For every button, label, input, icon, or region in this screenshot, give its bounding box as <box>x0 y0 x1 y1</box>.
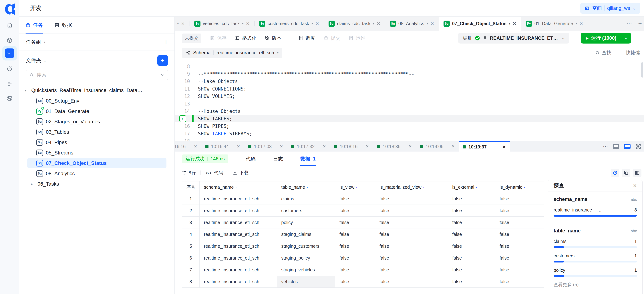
code-line-16[interactable]: 16SHOW PIPES; <box>175 122 644 130</box>
code-line-9[interactable]: 9--*************************************… <box>175 70 644 78</box>
task-group-row[interactable]: 任务组 › + <box>19 34 174 50</box>
version-button[interactable]: 版本 <box>265 35 282 41</box>
doc-tab-vehicles-cdc-task[interactable]: Sq vehicles_cdc_task ▾ ✕ <box>190 17 254 31</box>
cell-is-materialized-view[interactable]: false <box>375 240 448 252</box>
caret-down-icon[interactable]: ▾ <box>312 22 313 26</box>
cell-is-dynamic[interactable]: false <box>495 217 544 228</box>
sort-caret-icon[interactable]: ▾ <box>524 186 525 189</box>
cell-schema-name[interactable]: realtime_insurance_etl_sch <box>200 240 277 252</box>
close-icon[interactable]: ✕ <box>377 21 380 26</box>
cell-is-external[interactable]: false <box>448 205 495 216</box>
save-button[interactable]: 保存 <box>210 35 226 41</box>
col-header-is-view[interactable]: is_view▾ <box>335 181 375 193</box>
cell-is-view[interactable]: false <box>335 240 375 252</box>
close-icon[interactable]: ✕ <box>246 21 250 26</box>
cell-table-name[interactable]: staging_policy <box>277 252 335 264</box>
field-value-row[interactable]: realtime_insurance__… 8 <box>554 207 637 213</box>
cell-is-dynamic[interactable]: false <box>495 252 544 264</box>
sort-caret-icon[interactable]: ▾ <box>356 186 357 189</box>
filter-icon[interactable] <box>160 73 164 77</box>
caret-down-icon[interactable]: ▾ <box>25 88 29 93</box>
nav-monitor-icon[interactable] <box>4 63 15 74</box>
cell-is-view[interactable]: false <box>335 193 375 205</box>
sort-caret-icon[interactable]: ▾ <box>236 186 237 189</box>
cell-is-materialized-view[interactable]: false <box>375 264 448 276</box>
cell-is-materialized-view[interactable]: false <box>375 252 448 264</box>
close-icon[interactable]: ✕ <box>181 21 185 26</box>
nav-resources-icon[interactable] <box>4 35 15 46</box>
code-line-8[interactable]: 8 <box>175 63 644 70</box>
cell-is-view[interactable]: false <box>335 252 375 264</box>
more-results-button[interactable]: ⋯ <box>603 143 608 150</box>
run-statement-button[interactable]: ▶ <box>179 115 186 122</box>
caret-down-icon[interactable]: ▾ <box>426 22 428 26</box>
show-more-link[interactable]: 查看更多 (5) <box>554 282 637 288</box>
subtab-log[interactable]: 日志 <box>273 152 283 166</box>
cell-is-dynamic[interactable]: false <box>495 264 544 276</box>
caret-down-icon[interactable]: ▾ <box>576 22 577 26</box>
result-tab-10-19-06[interactable]: 10:19:06✕ <box>416 141 459 152</box>
close-icon[interactable]: ✕ <box>237 144 240 149</box>
result-tab-10-16-44[interactable]: 10:16:44✕ <box>201 141 244 152</box>
result-tab-10-19-37-active[interactable]: 10:19:37✕ <box>459 141 510 152</box>
doc-tab-01-data-generate[interactable]: Py 01_Data_Generate ▾ ✕ <box>521 17 588 31</box>
view-code-button[interactable]: </> 代码 <box>206 170 223 176</box>
cell-table-name[interactable]: claims <box>277 193 335 205</box>
schedule-button[interactable]: 调度 <box>298 35 315 41</box>
new-tab-button[interactable]: + <box>638 20 642 27</box>
cell-is-materialized-view[interactable]: false <box>375 217 448 228</box>
nav-clusters-icon[interactable] <box>4 93 15 104</box>
result-tab-10-18-16[interactable]: 10:18:16✕ <box>330 141 373 152</box>
close-icon[interactable]: ✕ <box>408 144 412 149</box>
tree-root[interactable]: ▾ Quickstarts_RealTime_Insurance_claims_… <box>19 85 174 96</box>
cell-table-name[interactable]: policy <box>277 217 335 228</box>
explore-profile-button[interactable] <box>611 169 619 177</box>
tree-folder-06-tasks[interactable]: ▸ 06_Tasks <box>19 179 174 189</box>
cell-schema-name[interactable]: realtime_insurance_etl_sch <box>200 228 277 240</box>
format-button[interactable]: 格式化 <box>235 35 256 41</box>
code-line-15-active[interactable]: ▶ SHOW TABLES; <box>175 115 644 122</box>
cell-is-view[interactable]: false <box>335 205 375 216</box>
search-input[interactable] <box>36 72 158 78</box>
result-tab-10-17-32[interactable]: 10:17:32✕ <box>287 141 330 152</box>
copy-button[interactable] <box>622 169 630 177</box>
cell-is-dynamic[interactable]: false <box>495 276 544 287</box>
result-tab-10-17-03[interactable]: 10:17:03✕ <box>244 141 287 152</box>
ops-button[interactable]: 运维 <box>348 35 365 41</box>
col-header-is-materialized-view[interactable]: is_materialized_view▾ <box>375 181 448 193</box>
code-line-12[interactable]: 12SHOW VOLUMES; <box>175 93 644 100</box>
tree-item-05-streams[interactable]: Sq 05_Streams <box>27 148 166 158</box>
cell-is-dynamic[interactable]: false <box>495 228 544 240</box>
close-icon[interactable]: ✕ <box>323 144 326 149</box>
close-icon[interactable]: ✕ <box>430 21 434 26</box>
field-value-row[interactable]: policy 1 <box>554 268 637 273</box>
subtab-code[interactable]: 代码 <box>246 152 256 166</box>
cell-is-view[interactable]: false <box>335 276 375 287</box>
tab-tasks[interactable]: 任务 <box>26 17 43 34</box>
code-line-11[interactable]: 11SHOW CONNECTIONS; <box>175 85 644 93</box>
cell-is-external[interactable]: false <box>448 217 495 228</box>
cell-is-external[interactable]: false <box>448 228 495 240</box>
close-icon[interactable]: ✕ <box>502 145 506 149</box>
doc-tab-07-check-object-status-active[interactable]: Sq 07_Check_Object_Status ▾ ✕ <box>439 17 521 31</box>
cell-is-external[interactable]: false <box>448 264 495 276</box>
nav-home-icon[interactable] <box>4 20 15 31</box>
columns-button[interactable] <box>633 169 642 177</box>
cell-is-external[interactable]: false <box>448 276 495 287</box>
doc-tab-08-analytics[interactable]: Sq 08_Analytics ▾ ✕ <box>385 17 439 31</box>
layout-split-icon[interactable] <box>624 144 630 149</box>
doc-tab-claims-cdc-task[interactable]: Sq claims_cdc_task ▾ ✕ <box>324 17 385 31</box>
cell-is-materialized-view[interactable]: false <box>375 276 448 287</box>
result-tab-10-16-16[interactable]: 10:16:16✕ <box>175 141 201 152</box>
doc-tab-customers-cdc-task[interactable]: Sq customers_cdc_task ▾ ✕ <box>254 17 324 31</box>
field-value-row[interactable]: claims 1 <box>554 239 637 244</box>
subtab-data-1-active[interactable]: 数据_1 <box>300 152 316 166</box>
run-options-button[interactable]: ⌄ <box>621 33 631 44</box>
code-editor[interactable]: 8 9--***********************************… <box>175 60 644 141</box>
add-file-button[interactable]: + <box>157 55 168 66</box>
tree-item-04-pipes[interactable]: Sq 04_Pipes <box>27 137 166 148</box>
close-icon[interactable]: ✕ <box>366 144 369 149</box>
result-tab-10-18-36[interactable]: 10:18:36✕ <box>373 141 416 152</box>
caret-down-icon[interactable]: ▾ <box>509 22 510 26</box>
code-line-18[interactable]: 18 <box>175 137 644 141</box>
